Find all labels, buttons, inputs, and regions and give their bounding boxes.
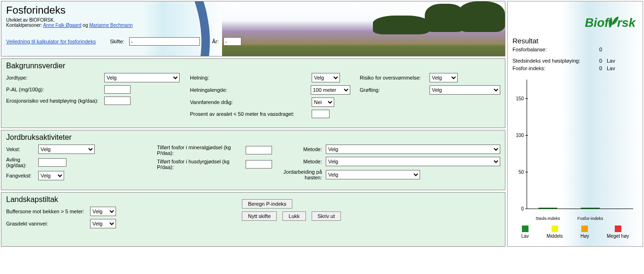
chart-x-axis [527,209,633,209]
helningslengde-select[interactable]: 100 meter [311,85,350,95]
swatch-middels [552,226,558,232]
page-title: Fosforindeks [6,4,500,16]
risiko-select[interactable]: Velg [429,73,458,82]
result-title: Resultat [512,37,638,45]
legend-lav: Lav [521,226,529,239]
erosjon-label: Erosjonsrisiko ved høstpløying (kg/daa): [6,98,100,104]
result-chart: 0 50 100 150 Steds-indeks Fosfor-indeks [512,80,638,221]
husdyr-input[interactable] [246,160,272,169]
page-subtitle: Utviklet av BIOFORSK. [6,17,500,23]
ar-label: År: [212,39,219,44]
guide-link[interactable]: Veiledning til kalkulator for fosforinde… [6,39,96,44]
helning-label: Helning: [190,75,308,81]
prosent-input[interactable] [312,110,330,118]
chart-legend: Lav Middels Høy Meget høy [508,221,643,242]
legend-meget: Meget høy [607,226,629,239]
jordtype-label: Jordtype: [6,75,100,81]
chart-bar-steds [538,208,557,209]
fosforindeks-label: Fosfor-indeks: [512,65,590,71]
landskap-panel: Landskapstiltak Buffersone mot bekken > … [1,192,505,247]
vannforende-select[interactable]: Nei [312,97,334,107]
gras-label: Grasdekt vannvei: [6,221,86,226]
jordbruk-title: Jordbruksaktiviteter [1,130,505,144]
chart-bar-label-steds: Steds-indeks [534,216,562,221]
stedsindeks-value: 0 [590,58,602,64]
chart-bar-label-fosfor: Fosfor-indeks [576,216,604,221]
grofting-select[interactable]: Velg [429,85,500,95]
husdyr-label: Tilført fosfor i husdyrgjødsel (kg P/daa… [157,159,242,170]
risiko-label: Risiko for oversvømmelse: [360,75,426,81]
stedsindeks-label: Stedsindeks ved høstpløying: [512,58,590,64]
mineral-input[interactable] [246,146,272,154]
chart-ytick-100: 100 [510,133,524,138]
helning-select[interactable]: Velg [312,73,340,82]
skriv-ut-button[interactable]: Skriv ut [312,211,341,221]
stedsindeks-category: Lav [602,58,615,64]
metode2-label: Metode: [294,159,322,164]
logo-text-1: Biof [585,16,609,30]
result-panel: Biofrsk Resultat Fosforbalanse: 0 Stedsi… [507,1,643,247]
jordtype-select[interactable]: Velg [104,73,180,82]
fosforbalanse-value: 0 [590,47,602,52]
landskap-title: Landskapstiltak [1,193,242,206]
metode2-select[interactable]: Velg [326,157,500,166]
chart-ytick-50: 50 [510,169,524,175]
lukk-button[interactable]: Lukk [282,211,305,221]
legend-hoy: Høy [580,226,589,239]
nytt-skifte-button[interactable]: Nytt skifte [242,211,277,221]
chart-bar-fosfor [581,208,600,209]
legend-middels: Middels [546,226,562,239]
fangvekst-label: Fangvekst: [6,173,34,178]
jordarb-select[interactable]: Velg [326,170,420,179]
header-panel: Fosforindeks Utviklet av BIOFORSK. Konta… [1,1,505,56]
fosforbalanse-label: Fosforbalanse: [512,47,590,52]
skifte-input[interactable] [129,37,200,46]
beregn-button[interactable]: Beregn P-indeks [242,199,292,209]
skifte-label: Skifte: [110,39,124,44]
avling-input[interactable] [38,158,66,167]
contact-link-1[interactable]: Anne Falk Øgaard [43,23,81,28]
logo-text-2: rsk [617,16,636,30]
pal-label: P-AL (mg/100g): [6,87,100,92]
chart-ytick-0: 0 [510,206,524,211]
contacts-prefix: Kontaktpersoner: [6,23,43,28]
fosforindeks-category: Lav [602,65,615,71]
contacts-and: og [82,23,90,28]
prosent-label: Prosent av arealet < 50 meter fra vassdr… [190,111,308,117]
chart-ytick-150: 150 [510,96,524,101]
contacts-line: Kontaktpersoner: Anne Falk Øgaard og Mar… [6,23,500,28]
mineral-label: Tilført fosfor i mineralgjødsel (kg P/da… [157,145,242,156]
jordbruk-panel: Jordbruksaktiviteter Vekst: Velg Avling … [1,130,505,190]
swatch-hoy [581,226,588,232]
buffer-label: Buffersone mot bekken > 5 meter: [6,209,86,214]
jordarb-label: Jordarbeiding på høsten: [275,169,322,180]
vekst-select[interactable]: Velg [38,145,95,154]
swatch-lav [522,226,528,232]
bioforsk-logo: Biofrsk [585,16,636,30]
buffer-select[interactable]: Velg [90,207,116,216]
chart-y-axis [527,80,527,209]
metode1-select[interactable]: Velg [326,145,500,154]
vekst-label: Vekst: [6,146,34,152]
contact-link-2[interactable]: Marianne Bechmann [89,23,132,28]
vannforende-label: Vannførende dråg: [190,99,308,105]
gras-select[interactable]: Velg [90,219,116,228]
pal-input[interactable] [104,85,131,94]
bakgrunnsverdier-panel: Bakgrunnsverdier Jordtype: Velg P-AL (mg… [1,58,505,128]
fosforindeks-value: 0 [590,65,602,71]
swatch-meget [615,226,621,232]
grofting-label: Grøfting: [360,87,426,93]
leaf-icon [607,16,619,30]
ar-input[interactable] [223,37,241,46]
bakgrunnsverdier-title: Bakgrunnsverdier [1,59,505,72]
metode1-label: Metode: [294,146,322,152]
avling-label: Avling (kg/daa): [6,157,34,168]
fangvekst-select[interactable]: Velg [38,171,64,180]
erosjon-input[interactable] [104,97,131,105]
helningslengde-label: Helningslengde: [190,87,307,93]
